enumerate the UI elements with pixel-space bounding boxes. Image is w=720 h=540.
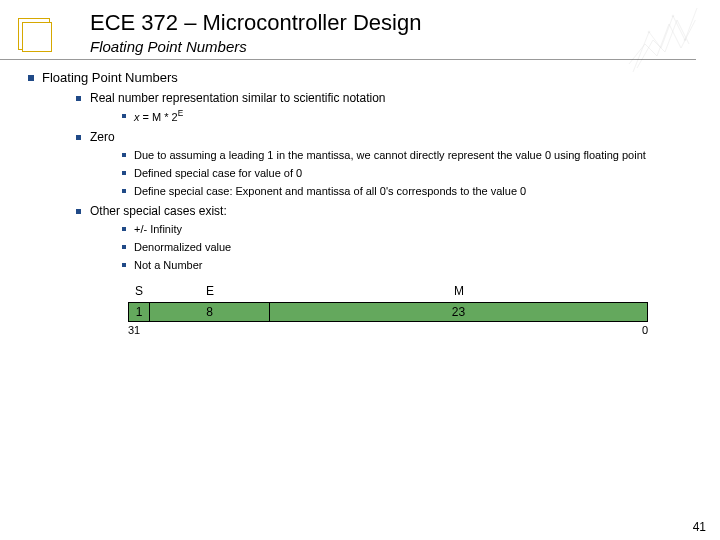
formula-eq: = M * 2 <box>140 111 178 123</box>
content-area: Floating Point Numbers Real number repre… <box>0 60 720 336</box>
box-s: 1 <box>128 302 150 322</box>
formula: x = M * 2E <box>134 111 183 123</box>
bullet-zero-1: Due to assuming a leading 1 in the manti… <box>134 149 646 161</box>
diagram-labels: S E M <box>128 284 648 302</box>
bullet-realnum: Real number representation similar to sc… <box>90 91 385 105</box>
section-heading: Floating Point Numbers <box>42 70 178 85</box>
float-diagram: S E M 1 8 23 31 0 <box>128 284 648 336</box>
label-e: E <box>150 284 270 302</box>
diagram-boxes: 1 8 23 <box>128 302 648 322</box>
label-m: M <box>270 284 648 302</box>
bullet-zero: Zero <box>90 130 115 144</box>
bit-hi: 31 <box>128 324 140 336</box>
slide-title: ECE 372 – Microcontroller Design <box>0 0 720 38</box>
bullet-zero-2: Defined special case for value of 0 <box>134 167 302 179</box>
bullet-other-3: Not a Number <box>134 259 202 271</box>
bullet-other-1: +/- Infinity <box>134 223 182 235</box>
bullet-other-2: Denormalized value <box>134 241 231 253</box>
bullet-zero-3: Define special case: Exponent and mantis… <box>134 185 526 197</box>
diagram-bits: 31 0 <box>128 322 648 336</box>
page-number: 41 <box>693 520 706 534</box>
formula-exp: E <box>178 109 184 118</box>
box-m: 23 <box>270 302 648 322</box>
bullet-other: Other special cases exist: <box>90 204 227 218</box>
label-s: S <box>128 284 150 302</box>
slide-subtitle: Floating Point Numbers <box>0 38 696 60</box>
box-e: 8 <box>150 302 270 322</box>
bit-lo: 0 <box>642 324 648 336</box>
corner-decoration <box>18 18 50 50</box>
